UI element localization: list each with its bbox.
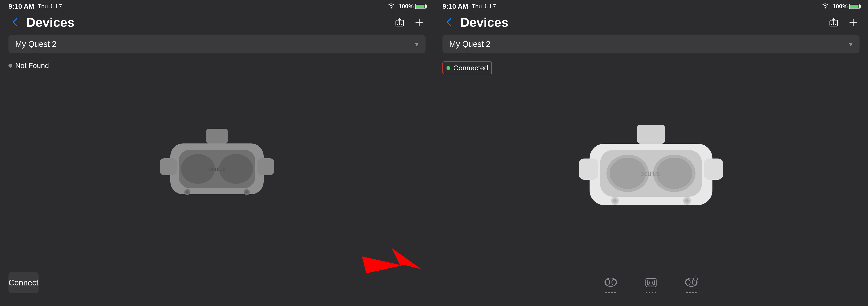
- svg-point-37: [656, 158, 692, 189]
- status-bar-right-info: 100%: [388, 3, 426, 10]
- status-bar-left: 9:10 AM Thu Jul 7 100%: [0, 0, 434, 13]
- date-right: Thu Jul 7: [472, 3, 496, 10]
- share-icon-right[interactable]: [827, 16, 840, 29]
- connected-status-box: Connected: [442, 61, 492, 74]
- page-title-left: Devices: [26, 15, 388, 30]
- back-button-right[interactable]: [442, 16, 455, 29]
- connect-area: Connect: [0, 272, 434, 306]
- status-bar-right-right: 100%: [822, 3, 860, 10]
- wifi-icon-right: [822, 3, 829, 10]
- red-arrow: [362, 235, 421, 283]
- status-dot-left: [8, 64, 12, 68]
- bottom-icons-right: +: [434, 276, 868, 306]
- headset-settings-icon[interactable]: [603, 276, 618, 293]
- connect-button-label: Connect: [8, 278, 38, 287]
- device-name-right: My Quest 2: [449, 40, 849, 49]
- svg-point-44: [606, 279, 610, 285]
- headset-area-right: oculus: [434, 74, 868, 276]
- svg-point-4: [399, 24, 400, 25]
- svg-point-17: [186, 191, 189, 193]
- header-icons-left: [393, 16, 426, 29]
- battery-left: 100%: [398, 3, 426, 10]
- status-dot-right: [446, 66, 450, 70]
- share-icon-left[interactable]: [393, 16, 406, 29]
- svg-point-45: [612, 279, 616, 285]
- headset-image-right: oculus: [577, 122, 725, 228]
- svg-rect-11: [257, 158, 274, 175]
- battery-right: 100%: [832, 3, 860, 10]
- svg-point-25: [833, 24, 834, 25]
- time-right: 9:10 AM: [442, 3, 468, 10]
- chevron-icon-right: ▾: [849, 40, 853, 49]
- connect-button[interactable]: Connect: [8, 272, 38, 293]
- time-left: 9:10 AM: [8, 3, 34, 10]
- wifi-icon-left: [388, 3, 395, 10]
- svg-point-21: [825, 7, 826, 8]
- status-text-right: Connected: [453, 64, 488, 72]
- svg-point-5: [401, 24, 402, 25]
- battery-icon-left: [415, 4, 426, 9]
- svg-rect-10: [160, 158, 177, 175]
- device-name-left: My Quest 2: [15, 40, 415, 49]
- svg-point-24: [831, 24, 832, 25]
- status-indicator-left: Not Found: [8, 61, 426, 70]
- add-button-left[interactable]: [413, 16, 426, 29]
- status-text-left: Not Found: [15, 61, 49, 70]
- svg-text:oculus: oculus: [209, 166, 226, 172]
- svg-point-42: [685, 199, 689, 203]
- header-icons-right: [827, 16, 860, 29]
- svg-text:+: +: [694, 277, 696, 281]
- header-left: Devices: [0, 13, 434, 32]
- svg-marker-20: [362, 248, 421, 273]
- svg-rect-29: [637, 125, 665, 144]
- svg-rect-32: [704, 158, 723, 180]
- page-title-right: Devices: [460, 15, 822, 30]
- cast-icon[interactable]: +: [684, 276, 699, 293]
- svg-rect-8: [207, 129, 227, 144]
- svg-point-0: [391, 7, 392, 8]
- chevron-icon-left: ▾: [415, 40, 419, 49]
- left-panel: 9:10 AM Thu Jul 7 100%: [0, 0, 434, 306]
- status-indicator-right: Connected: [442, 61, 860, 74]
- date-left: Thu Jul 7: [38, 3, 62, 10]
- status-bar-right-left: 9:10 AM Thu Jul 7: [442, 3, 496, 10]
- guardian-icon[interactable]: [644, 276, 658, 293]
- svg-point-40: [613, 199, 617, 203]
- svg-rect-31: [579, 158, 598, 180]
- svg-point-3: [397, 24, 398, 25]
- right-panel: 9:10 AM Thu Jul 7 100%: [434, 0, 868, 306]
- svg-text:oculus: oculus: [641, 170, 660, 177]
- svg-point-26: [835, 24, 836, 25]
- icon3-dots: [686, 292, 696, 293]
- svg-point-51: [686, 279, 690, 285]
- header-right: Devices: [434, 13, 868, 32]
- back-button-left[interactable]: [8, 16, 21, 29]
- device-selector-left[interactable]: My Quest 2 ▾: [8, 35, 426, 53]
- device-selector-right[interactable]: My Quest 2 ▾: [442, 35, 860, 53]
- headset-image-left: oculus: [153, 126, 281, 215]
- icon2-dots: [646, 292, 656, 293]
- status-bar-left-info: 9:10 AM Thu Jul 7: [8, 3, 62, 10]
- svg-point-19: [245, 191, 248, 193]
- status-bar-right: 9:10 AM Thu Jul 7 100%: [434, 0, 868, 13]
- add-button-right[interactable]: [847, 16, 860, 29]
- icon1-dots: [606, 292, 616, 293]
- battery-icon-right: [849, 4, 860, 9]
